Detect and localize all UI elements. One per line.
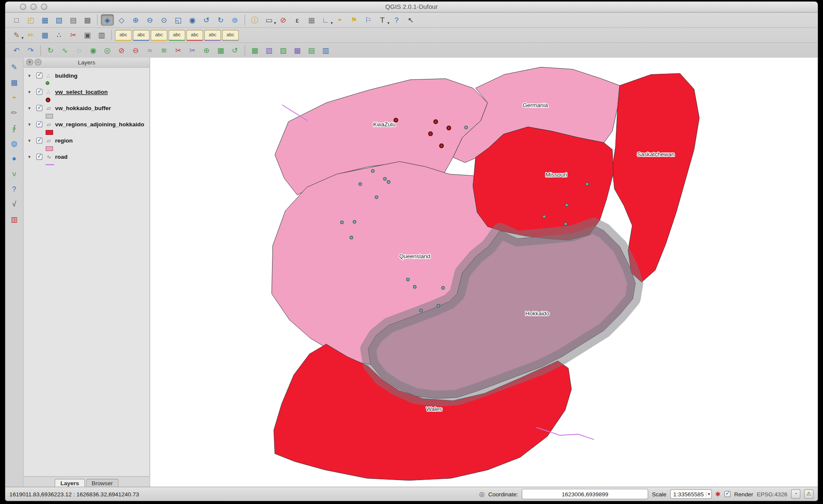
stop-render-icon[interactable]: ✱ bbox=[715, 490, 720, 498]
dropdown-arrow-icon[interactable]: ▾ bbox=[387, 20, 390, 25]
globe-plugin-button[interactable]: ● bbox=[8, 152, 20, 164]
delete-ring-button[interactable]: ⊘ bbox=[115, 44, 128, 56]
disclosure-triangle-icon[interactable]: ▼ bbox=[27, 138, 32, 143]
add-ring-button[interactable]: ◌ bbox=[73, 44, 86, 56]
layer-visibility-checkbox[interactable]: ✓ bbox=[36, 121, 43, 128]
show-bookmarks-button[interactable]: ⚐ bbox=[362, 14, 375, 26]
rotate-feature-button[interactable]: ↻ bbox=[44, 44, 57, 56]
checker-plugin-button[interactable]: ▦ bbox=[8, 76, 20, 88]
help-contents-button[interactable]: ? bbox=[8, 183, 20, 195]
attribute-table-button[interactable]: ▦ bbox=[305, 14, 318, 26]
offset-curve-button[interactable]: ≋ bbox=[158, 44, 171, 56]
web-plugin-button[interactable]: ◍ bbox=[8, 137, 20, 149]
move-label-button[interactable]: abc bbox=[186, 29, 203, 41]
split-parts-button[interactable]: ✂ bbox=[186, 44, 199, 56]
crs-status-button[interactable]: ◔ bbox=[791, 489, 800, 499]
dropdown-arrow-icon[interactable]: ▾ bbox=[274, 20, 276, 25]
fill-ring-button[interactable]: ◎ bbox=[101, 44, 114, 56]
zoom-full-button[interactable]: ◱ bbox=[172, 14, 185, 26]
measure-button[interactable]: ∟▾ bbox=[319, 14, 332, 26]
dissolve-layers-button[interactable]: ▤ bbox=[305, 44, 318, 56]
delete-part-button[interactable]: ⊖ bbox=[129, 44, 142, 56]
layer-item-building[interactable]: ▼✓∴building bbox=[23, 71, 149, 80]
vector-add-button[interactable]: √ bbox=[8, 198, 20, 210]
map-canvas-area[interactable]: KwaZuluGermaniaSaskatchewanMissouriQueen… bbox=[150, 58, 817, 487]
zoom-next-button[interactable]: ↻ bbox=[214, 14, 227, 26]
tab-layers[interactable]: Layers bbox=[55, 479, 85, 487]
layer-labeling-options-button[interactable]: abc bbox=[115, 29, 132, 41]
layer-visibility-checkbox[interactable]: ✓ bbox=[36, 105, 43, 111]
select-by-location-button[interactable]: ▦ bbox=[248, 44, 261, 56]
zoom-out-button[interactable]: ⊖ bbox=[144, 14, 157, 26]
layer-item-vw_select_location[interactable]: ▼✓∴vw_select_location bbox=[23, 87, 149, 96]
messages-button[interactable]: ⚠ bbox=[804, 489, 814, 499]
deselect-button[interactable]: ⊘ bbox=[277, 14, 290, 26]
new-print-composer-button[interactable]: ▤ bbox=[67, 14, 80, 26]
chevron-down-icon[interactable]: ▾ bbox=[706, 492, 710, 496]
layer-item-region[interactable]: ▼✓▱region bbox=[23, 136, 149, 145]
refresh-button[interactable]: ⊚ bbox=[228, 14, 242, 26]
composer-manager-button[interactable]: ▩ bbox=[81, 14, 94, 26]
reshape-features-button[interactable]: ≈ bbox=[144, 44, 157, 56]
zoom-to-selection-button[interactable]: ◉ bbox=[186, 14, 199, 26]
pan-to-selection-button[interactable]: ◇ bbox=[115, 14, 128, 26]
disclosure-triangle-icon[interactable]: ▼ bbox=[27, 154, 32, 159]
rotate-label-button[interactable]: abc bbox=[204, 29, 221, 41]
intersect-layers-button[interactable]: ▧ bbox=[262, 44, 275, 56]
new-project-button[interactable]: □ bbox=[10, 14, 23, 26]
clip-layers-button[interactable]: ▩ bbox=[291, 44, 304, 56]
raster-calc-button[interactable]: ▥ bbox=[8, 213, 20, 225]
layer-item-road[interactable]: ▼✓∿road bbox=[23, 152, 149, 161]
processing-toolbox-button[interactable]: ▥ bbox=[319, 44, 332, 56]
text-annotation-button[interactable]: T▾ bbox=[376, 14, 389, 26]
disclosure-triangle-icon[interactable]: ▼ bbox=[27, 73, 32, 78]
map-canvas[interactable]: KwaZuluGermaniaSaskatchewanMissouriQueen… bbox=[150, 58, 817, 487]
tab-browser[interactable]: Browser bbox=[86, 479, 119, 487]
layer-visibility-checkbox[interactable]: ✓ bbox=[36, 89, 43, 95]
zoom-in-button[interactable]: ⊕ bbox=[129, 14, 142, 26]
save-project-button[interactable]: ▦ bbox=[38, 14, 52, 26]
save-project-as-button[interactable]: ▧ bbox=[53, 14, 66, 26]
redo-button[interactable]: ↷ bbox=[24, 44, 38, 56]
current-edits-button[interactable]: ✎▾ bbox=[10, 29, 23, 41]
select-features-button[interactable]: ▭▾ bbox=[262, 14, 275, 26]
disclosure-triangle-icon[interactable]: ▼ bbox=[27, 106, 32, 111]
layer-visibility-checkbox[interactable]: ✓ bbox=[36, 137, 43, 144]
vector-tool-button[interactable]: ν bbox=[8, 167, 20, 180]
select-by-expression-button[interactable]: ε bbox=[291, 14, 304, 26]
whats-this-button[interactable]: ↖ bbox=[404, 14, 417, 26]
sketch-tool-button[interactable]: ✏ bbox=[8, 106, 20, 119]
window-titlebar[interactable]: QGIS 2.0.1-Dufour bbox=[5, 2, 817, 13]
simplify-feature-button[interactable]: ∿ bbox=[58, 44, 71, 56]
new-bookmark-button[interactable]: ⚑ bbox=[348, 14, 361, 26]
cut-features-button[interactable]: ✂ bbox=[67, 29, 80, 41]
merge-features-button[interactable]: ⊕ bbox=[200, 44, 213, 56]
paste-features-button[interactable]: ▥ bbox=[95, 29, 108, 41]
pan-map-button[interactable]: ◈ bbox=[101, 14, 114, 26]
disclosure-triangle-icon[interactable]: ▼ bbox=[27, 122, 32, 127]
identify-button[interactable]: ⓘ bbox=[248, 14, 261, 26]
layer-visibility-checkbox[interactable]: ✓ bbox=[36, 154, 43, 160]
map-tips-button[interactable]: ◓ bbox=[333, 14, 346, 26]
change-label-properties-button[interactable]: abc bbox=[222, 29, 239, 41]
node-tool-button[interactable]: ∴ bbox=[53, 29, 66, 41]
layer-visibility-checkbox[interactable]: ✓ bbox=[36, 73, 43, 79]
split-features-button[interactable]: ✂ bbox=[172, 44, 185, 56]
coordinate-input[interactable] bbox=[522, 489, 648, 499]
annotation-tool-button[interactable]: ◓ bbox=[8, 91, 20, 104]
dropdown-arrow-icon[interactable]: ▾ bbox=[331, 20, 333, 25]
scale-combobox[interactable]: 1:33565585 ▾ bbox=[670, 489, 712, 499]
toggle-editing-button[interactable]: ✏ bbox=[24, 29, 38, 41]
zoom-native-button[interactable]: ⊙ bbox=[158, 14, 171, 26]
disclosure-triangle-icon[interactable]: ▼ bbox=[27, 90, 32, 94]
pin-unpin-labels-button[interactable]: abc bbox=[151, 29, 167, 41]
dropdown-arrow-icon[interactable]: ▾ bbox=[21, 36, 23, 41]
layer-item-vw_regions_adjoining_hokkaido[interactable]: ▼✓▱vw_regions_adjoining_hokkaido bbox=[23, 119, 149, 129]
rotate-point-symbols-button[interactable]: ↺ bbox=[228, 44, 242, 56]
spiral-plugin-button[interactable]: ∮ bbox=[8, 122, 20, 134]
help-button[interactable]: ? bbox=[390, 14, 403, 26]
union-layers-button[interactable]: ▨ bbox=[277, 44, 290, 56]
merge-attributes-button[interactable]: ▦ bbox=[214, 44, 227, 56]
save-layer-edits-button[interactable]: ▦ bbox=[38, 29, 52, 41]
undo-button[interactable]: ↶ bbox=[10, 44, 23, 56]
